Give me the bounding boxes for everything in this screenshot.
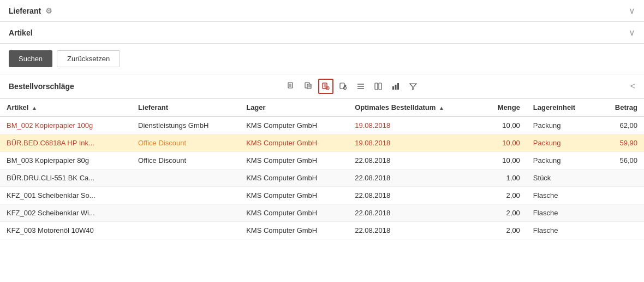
cell-lager[interactable]: KMS Computer GmbH [240, 134, 348, 152]
cell-menge: 2,00 [481, 222, 527, 239]
view-list-icon[interactable] [283, 79, 299, 94]
svg-rect-22 [392, 86, 394, 90]
col-betrag[interactable]: Betrag [598, 99, 644, 116]
cell-datum: 22.08.2018 [348, 187, 480, 204]
table-row[interactable]: BÜR.DRU.CLI-551 BK Ca...KMS Computer Gmb… [0, 169, 644, 187]
lieferant-section-header[interactable]: Lieferant ⚙ ∨ [0, 0, 644, 22]
cell-betrag: 62,00 [598, 116, 644, 134]
gear-icon[interactable]: ⚙ [45, 7, 52, 15]
cell-lager[interactable]: KMS Computer GmbH [240, 169, 348, 187]
cell-lagereinheit: Packung [527, 116, 598, 134]
cell-lagereinheit: Packung [527, 134, 598, 152]
artikel-chevron-icon: ∨ [629, 27, 635, 38]
lieferant-label: Lieferant [9, 7, 41, 15]
cell-artikel[interactable]: BÜR.DRU.CLI-551 BK Ca... [0, 169, 132, 187]
svg-point-16 [344, 87, 347, 90]
cell-betrag [598, 222, 644, 239]
cell-lieferant[interactable]: Office Discount [132, 152, 240, 169]
table-row[interactable]: KFZ_003 Motorenöl 10W40KMS Computer GmbH… [0, 222, 644, 239]
artikel-section-header[interactable]: Artikel ∨ [0, 22, 644, 44]
results-title: Bestellvorschläge [9, 82, 74, 91]
cell-menge: 10,00 [481, 152, 527, 169]
results-toolbar: Bestellvorschläge [0, 74, 644, 99]
cell-betrag [598, 187, 644, 204]
table-row[interactable]: BM_003 Kopierpapier 80gOffice DiscountKM… [0, 152, 644, 169]
cell-lager[interactable]: KMS Computer GmbH [240, 116, 348, 134]
cell-lagereinheit: Flasche [527, 187, 598, 204]
cell-menge: 2,00 [481, 204, 527, 222]
col-bestelldatum[interactable]: Optimales Bestelldatum ▲ [348, 99, 480, 116]
edit-icon[interactable] [318, 79, 333, 94]
results-table: Artikel ▲ Lieferant Lager Optimales Best… [0, 99, 644, 239]
cell-betrag: 56,00 [598, 152, 644, 169]
cell-lieferant [132, 169, 240, 187]
toolbar-icons [283, 79, 421, 94]
cell-datum: 22.08.2018 [348, 152, 480, 169]
search-bar: Suchen Zurücksetzen [0, 44, 644, 74]
cell-betrag [598, 169, 644, 187]
view-detail-icon[interactable] [301, 79, 316, 94]
cell-datum: 22.08.2018 [348, 204, 480, 222]
cell-lieferant[interactable]: Office Discount [132, 134, 240, 152]
cell-betrag: 59,90 [598, 134, 644, 152]
table-header-row: Artikel ▲ Lieferant Lager Optimales Best… [0, 99, 644, 116]
svg-rect-21 [379, 83, 381, 90]
cell-lagereinheit: Stück [527, 169, 598, 187]
lieferant-chevron-icon: ∨ [629, 5, 635, 16]
artikel-sort-icon: ▲ [32, 105, 37, 111]
results-section: Bestellvorschläge [0, 74, 644, 239]
collapse-results-icon[interactable]: < [630, 81, 635, 91]
filter-lines-icon[interactable] [353, 79, 368, 94]
cell-betrag [598, 204, 644, 222]
assign-icon[interactable] [336, 79, 351, 94]
cell-lager[interactable]: KMS Computer GmbH [240, 222, 348, 239]
cell-lager[interactable]: KMS Computer GmbH [240, 187, 348, 204]
cell-artikel[interactable]: BM_003 Kopierpapier 80g [0, 152, 132, 169]
chart-icon[interactable] [388, 79, 403, 94]
cell-artikel[interactable]: BÜR.BED.C6818A HP Ink... [0, 134, 132, 152]
col-artikel[interactable]: Artikel ▲ [0, 99, 132, 116]
cell-lieferant [132, 222, 240, 239]
table-row[interactable]: KFZ_002 Scheibenklar Wi...KMS Computer G… [0, 204, 644, 222]
svg-rect-5 [307, 84, 311, 89]
col-lager[interactable]: Lager [240, 99, 348, 116]
cell-artikel[interactable]: KFZ_003 Motorenöl 10W40 [0, 222, 132, 239]
cell-datum: 22.08.2018 [348, 169, 480, 187]
reset-button[interactable]: Zurücksetzen [57, 50, 120, 67]
table-row[interactable]: BM_002 Kopierpapier 100gDienstleistungs … [0, 116, 644, 134]
cell-menge: 1,00 [481, 169, 527, 187]
cell-artikel[interactable]: KFZ_001 Scheibenklar So... [0, 187, 132, 204]
cell-datum: 22.08.2018 [348, 222, 480, 239]
cell-lagereinheit: Flasche [527, 222, 598, 239]
cell-artikel[interactable]: KFZ_002 Scheibenklar Wi... [0, 204, 132, 222]
table-row[interactable]: BÜR.BED.C6818A HP Ink...Office DiscountK… [0, 134, 644, 152]
cell-datum: 19.08.2018 [348, 116, 480, 134]
search-button[interactable]: Suchen [9, 50, 52, 67]
svg-rect-23 [395, 85, 397, 90]
cell-lieferant[interactable]: Dienstleistungs GmbH [132, 116, 240, 134]
cell-lager[interactable]: KMS Computer GmbH [240, 152, 348, 169]
columns-icon[interactable] [371, 79, 386, 94]
cell-lagereinheit: Flasche [527, 204, 598, 222]
table-row[interactable]: KFZ_001 Scheibenklar So...KMS Computer G… [0, 187, 644, 204]
cell-menge: 10,00 [481, 116, 527, 134]
svg-rect-24 [397, 83, 399, 90]
col-menge[interactable]: Menge [481, 99, 527, 116]
cell-menge: 2,00 [481, 187, 527, 204]
bestelldatum-sort-icon: ▲ [439, 105, 444, 111]
cell-lager[interactable]: KMS Computer GmbH [240, 204, 348, 222]
cell-artikel[interactable]: BM_002 Kopierpapier 100g [0, 116, 132, 134]
cell-lieferant [132, 187, 240, 204]
artikel-label: Artikel [9, 28, 33, 37]
cell-lieferant [132, 204, 240, 222]
cell-datum: 19.08.2018 [348, 134, 480, 152]
col-lagereinheit[interactable]: Lagereinheit [527, 99, 598, 116]
svg-rect-20 [375, 83, 378, 90]
filter-icon[interactable] [406, 79, 421, 94]
cell-menge: 10,00 [481, 134, 527, 152]
cell-lagereinheit: Packung [527, 152, 598, 169]
col-lieferant[interactable]: Lieferant [132, 99, 240, 116]
